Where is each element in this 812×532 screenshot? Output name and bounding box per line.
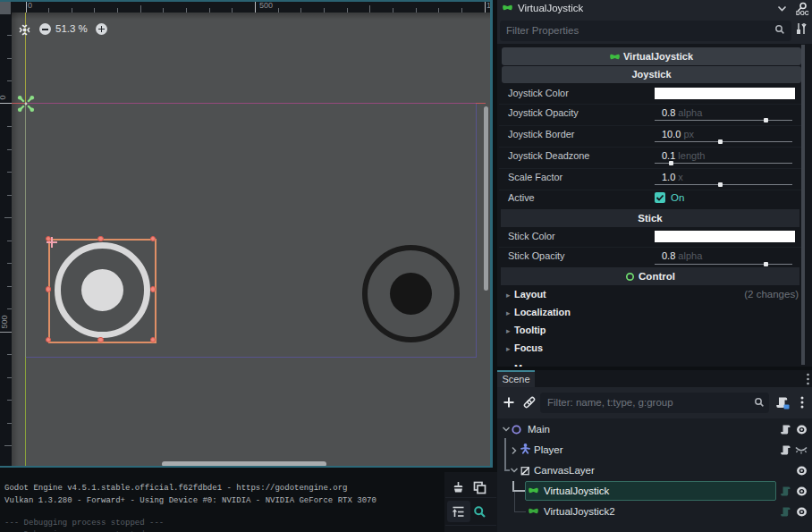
svg-text:DOC: DOC: [796, 10, 809, 16]
